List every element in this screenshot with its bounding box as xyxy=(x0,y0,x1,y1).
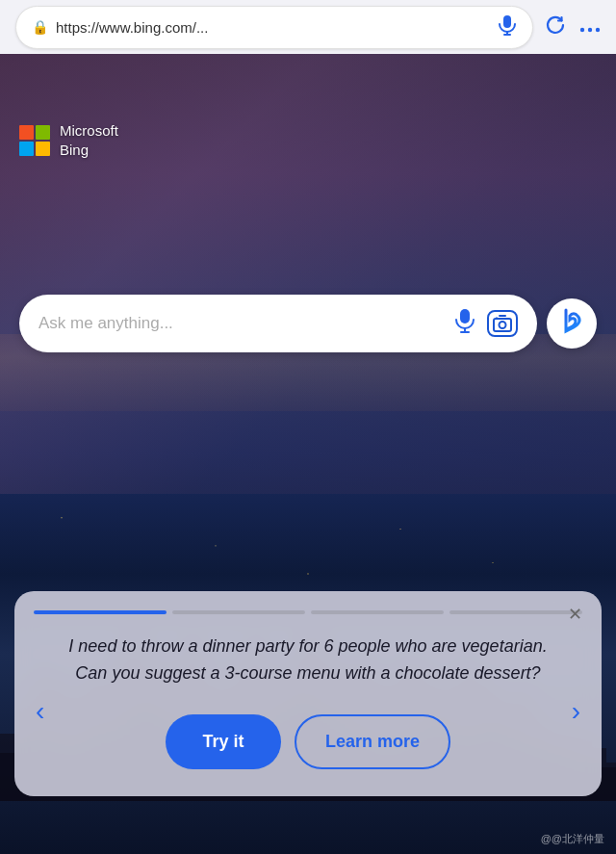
watermark: @@北洋仲量 xyxy=(541,832,604,846)
svg-rect-11 xyxy=(496,317,498,319)
browser-bar: 🔒 https://www.bing.com/... xyxy=(0,0,616,54)
indicator-1 xyxy=(34,610,167,614)
microsoft-label: Microsoft xyxy=(60,121,118,141)
svg-rect-9 xyxy=(494,319,511,331)
card-buttons: Try it Learn more xyxy=(63,714,553,769)
browser-mic-icon[interactable] xyxy=(498,14,517,40)
search-placeholder: Ask me anything... xyxy=(38,314,443,333)
prev-arrow-button[interactable]: ‹ xyxy=(28,688,52,735)
try-it-button[interactable]: Try it xyxy=(166,714,281,769)
popup-card: ✕ ‹ I need to throw a dinner party for 6… xyxy=(14,591,602,796)
ms-bing-text: Microsoft Bing xyxy=(60,121,118,159)
next-arrow-button[interactable]: › xyxy=(564,688,588,735)
svg-point-10 xyxy=(500,322,506,328)
ms-square-green xyxy=(36,125,50,140)
browser-actions xyxy=(545,14,601,40)
search-bar[interactable]: Ask me anything... xyxy=(19,295,537,352)
lock-icon: 🔒 xyxy=(32,19,48,35)
page-background: Microsoft Bing Ask me anything... xyxy=(0,54,616,854)
more-options-icon[interactable] xyxy=(579,16,601,39)
bing-chat-button[interactable] xyxy=(547,298,597,349)
bing-b-icon xyxy=(558,306,585,342)
svg-point-3 xyxy=(580,27,584,31)
address-bar[interactable]: 🔒 https://www.bing.com/... xyxy=(15,6,533,49)
ms-logo-area: Microsoft Bing xyxy=(19,121,118,159)
svg-point-4 xyxy=(588,27,592,31)
address-text: https://www.bing.com/... xyxy=(56,19,490,36)
card-text: I need to throw a dinner party for 6 peo… xyxy=(63,634,553,687)
ms-square-yellow xyxy=(36,142,50,156)
ms-square-blue xyxy=(19,142,34,156)
close-button[interactable]: ✕ xyxy=(563,603,586,626)
ms-square-red xyxy=(19,125,34,140)
card-content: ‹ I need to throw a dinner party for 6 p… xyxy=(34,634,582,769)
svg-rect-0 xyxy=(503,15,511,28)
indicator-3 xyxy=(311,610,444,614)
refresh-icon[interactable] xyxy=(545,14,566,40)
svg-point-5 xyxy=(596,27,600,31)
bing-label: Bing xyxy=(60,141,118,160)
svg-rect-6 xyxy=(460,309,470,323)
search-mic-icon[interactable] xyxy=(454,308,475,339)
search-container: Ask me anything... xyxy=(19,295,597,352)
indicator-2 xyxy=(172,610,305,614)
visual-search-icon[interactable] xyxy=(487,310,518,337)
microsoft-squares-logo xyxy=(19,125,50,156)
progress-indicators: ✕ xyxy=(34,610,582,614)
learn-more-button[interactable]: Learn more xyxy=(295,714,450,769)
